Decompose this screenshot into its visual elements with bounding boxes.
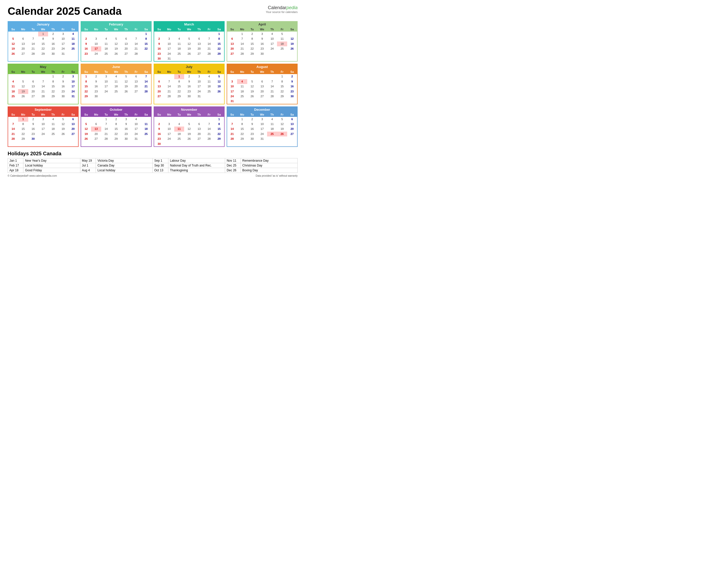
day-cell: 12 <box>184 41 194 46</box>
brand-pedia: pedia <box>286 5 297 10</box>
day-cell: 11 <box>111 79 121 84</box>
day-cell: 3 <box>68 74 78 79</box>
day-cell: 12 <box>184 126 194 131</box>
day-header-fr: Fr <box>277 70 287 73</box>
day-cell: 30 <box>58 94 68 99</box>
day-cell: 11 <box>237 84 247 89</box>
footer-right: Data provided 'as is' without warranty <box>256 175 297 177</box>
day-cell: 14 <box>131 41 141 46</box>
day-cell <box>91 32 101 36</box>
days-grid: 1234567891011121314151617181920212223242… <box>8 32 78 56</box>
day-cell <box>194 141 204 147</box>
day-cell: 26 <box>111 51 121 56</box>
day-cell: 24 <box>101 89 111 94</box>
day-cell: 20 <box>121 46 131 51</box>
day-header-mo: Mo <box>18 70 28 73</box>
month-june: JuneSuMoTuWeThFrSa1234567891011121314151… <box>81 64 152 104</box>
day-header-fr: Fr <box>277 113 287 116</box>
day-cell: 11 <box>174 41 184 46</box>
day-header-sa: Sa <box>214 113 224 116</box>
holiday-date: Oct 13 <box>153 168 168 173</box>
day-cell: 22 <box>38 46 48 51</box>
day-cell <box>184 141 194 147</box>
day-cell <box>131 94 141 99</box>
day-cell: 9 <box>91 79 101 84</box>
page-header: Calendar 2025 Canada Calendarpedia Your … <box>8 5 297 17</box>
day-cell <box>184 56 194 61</box>
day-cell: 20 <box>28 89 38 94</box>
day-cell: 17 <box>194 84 204 89</box>
day-cell: 15 <box>111 126 121 131</box>
day-cell: 3 <box>164 122 174 126</box>
day-header-we: We <box>111 27 121 31</box>
day-header-fr: Fr <box>131 27 141 31</box>
day-cell <box>237 99 247 103</box>
month-header-row: SuMoTuWeThFrSa <box>227 112 297 117</box>
day-cell: 19 <box>81 131 91 136</box>
holiday-date: Sep 30 <box>153 163 168 168</box>
day-cell: 8 <box>247 36 257 41</box>
day-header-fr: Fr <box>204 70 214 73</box>
day-header-th: Th <box>194 70 204 73</box>
day-cell: 21 <box>204 131 214 136</box>
day-cell <box>214 94 224 99</box>
day-cell: 3 <box>38 117 48 122</box>
day-cell: 24 <box>257 131 267 136</box>
day-header-fr: Fr <box>58 70 68 73</box>
day-cell: 2 <box>184 74 194 79</box>
day-cell <box>58 136 68 141</box>
day-cell: 14 <box>267 84 277 89</box>
day-cell: 27 <box>18 51 28 56</box>
day-cell: 1 <box>237 32 247 36</box>
day-header-sa: Sa <box>141 113 151 116</box>
day-cell <box>154 74 164 79</box>
day-header-su: Su <box>227 70 237 73</box>
holiday-name: Christmas Day <box>241 163 297 168</box>
day-cell: 29 <box>174 94 184 99</box>
day-cell: 11 <box>141 122 151 126</box>
day-cell: 23 <box>28 131 38 136</box>
day-header-su: Su <box>154 27 164 31</box>
day-cell <box>131 32 141 36</box>
day-cell: 19 <box>287 41 297 46</box>
day-cell: 5 <box>277 117 287 122</box>
day-cell: 15 <box>174 84 184 89</box>
day-cell <box>28 74 38 79</box>
day-cell: 2 <box>48 32 58 36</box>
day-header-we: We <box>111 70 121 73</box>
holiday-row: Feb 17Local holidayJul 1Canada DaySep 30… <box>8 163 297 168</box>
day-cell: 2 <box>154 36 164 41</box>
day-header-sa: Sa <box>214 27 224 31</box>
day-cell: 17 <box>131 126 141 131</box>
day-header-su: Su <box>81 27 91 31</box>
month-header-row: SuMoTuWeThFrSa <box>154 112 224 117</box>
day-header-th: Th <box>194 113 204 116</box>
day-cell <box>174 32 184 36</box>
day-cell <box>204 117 214 122</box>
day-cell: 4 <box>267 117 277 122</box>
day-cell: 22 <box>48 89 58 94</box>
day-header-th: Th <box>48 27 58 31</box>
day-header-we: We <box>257 113 267 116</box>
day-cell <box>257 74 267 79</box>
day-cell: 22 <box>214 46 224 51</box>
day-cell: 17 <box>38 126 48 131</box>
day-cell: 8 <box>48 79 58 84</box>
day-cell <box>68 51 78 56</box>
day-cell: 19 <box>214 84 224 89</box>
day-cell <box>111 32 121 36</box>
day-cell: 30 <box>121 136 131 141</box>
day-header-tu: Tu <box>247 113 257 116</box>
day-cell: 20 <box>68 126 78 131</box>
day-cell: 31 <box>164 56 174 61</box>
day-cell: 28 <box>204 136 214 141</box>
month-title: September <box>8 107 78 112</box>
day-cell: 4 <box>68 32 78 36</box>
day-cell <box>174 117 184 122</box>
day-header-tu: Tu <box>174 113 184 116</box>
day-cell: 6 <box>121 36 131 41</box>
day-cell: 9 <box>154 126 164 131</box>
day-header-we: We <box>184 27 194 31</box>
day-cell: 17 <box>101 84 111 89</box>
day-cell: 20 <box>91 131 101 136</box>
